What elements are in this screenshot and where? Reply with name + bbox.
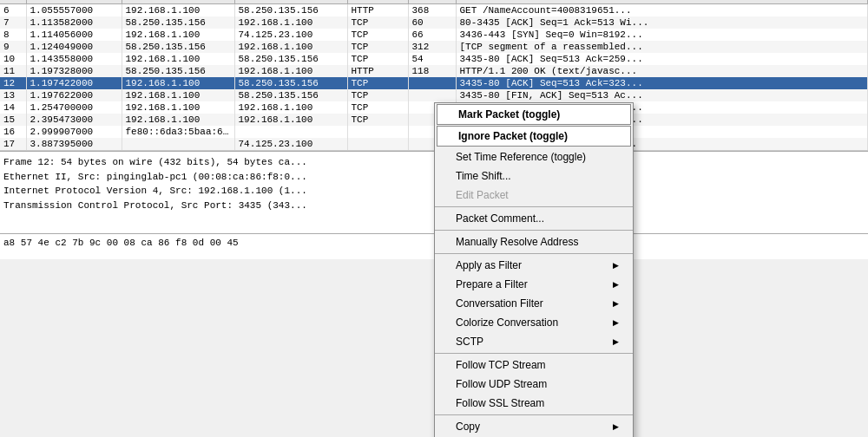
table-cell: 14 [0, 101, 26, 114]
table-cell: 3435-80 [FIN, ACK] Seq=513 Ac... [456, 89, 868, 101]
menu-arrow-icon: ▶ [613, 318, 619, 327]
menu-arrow-icon: ▶ [613, 261, 619, 270]
menu-item-label: Set Time Reference (toggle) [456, 151, 586, 163]
table-cell: 1.143558000 [26, 53, 122, 65]
menu-item-apply-as-filter[interactable]: Apply as Filter▶ [435, 256, 633, 275]
table-cell: 58.250.135.156 [234, 4, 347, 17]
table-cell: 74.125.23.100 [234, 29, 347, 41]
table-cell: 192.168.1.100 [122, 89, 234, 101]
menu-item-edit-packet[interactable]: Edit Packet [435, 186, 633, 205]
table-cell: 3436-443 [SYN] Seq=0 Win=8192... [456, 29, 868, 41]
table-cell: 3435-80 [ACK] Seq=513 Ack=259... [456, 53, 868, 65]
table-cell: 58.250.135.156 [234, 77, 347, 89]
table-cell: 11 [0, 65, 26, 77]
menu-separator [435, 353, 633, 354]
table-cell: 9 [0, 41, 26, 53]
menu-item-colorize-conversation[interactable]: Colorize Conversation▶ [435, 313, 633, 332]
menu-item-follow-tcp-stream[interactable]: Follow TCP Stream [435, 355, 633, 375]
context-menu[interactable]: Mark Packet (toggle)Ignore Packet (toggl… [434, 102, 634, 437]
menu-item-label: Follow SSL Stream [456, 397, 544, 409]
table-cell: 58.250.135.156 [234, 89, 347, 101]
table-cell: 1.197328000 [26, 65, 122, 77]
table-cell: 1.197622000 [26, 89, 122, 101]
menu-item-label: Follow UDP Stream [456, 378, 547, 390]
table-cell: 58.250.135.156 [122, 16, 234, 29]
menu-item-follow-udp-stream[interactable]: Follow UDP Stream [435, 375, 633, 394]
menu-item-set-time-reference--toggle-[interactable]: Set Time Reference (toggle) [435, 147, 633, 166]
table-cell: 368 [408, 4, 456, 17]
table-cell: TCP [347, 29, 408, 41]
table-cell: 17 [0, 138, 26, 150]
table-cell: 1.114056000 [26, 29, 122, 41]
menu-separator [435, 414, 633, 415]
table-cell [408, 89, 456, 101]
table-cell: 66 [408, 29, 456, 41]
menu-item-label: Colorize Conversation [456, 316, 558, 329]
table-cell: 58.250.135.156 [122, 65, 234, 77]
menu-item-label: Apply as Filter [456, 259, 522, 271]
menu-arrow-icon: ▶ [613, 337, 619, 346]
menu-item-conversation-filter[interactable]: Conversation Filter▶ [435, 294, 633, 313]
table-cell: TCP [347, 101, 408, 114]
menu-item-prepare-a-filter[interactable]: Prepare a Filter▶ [435, 275, 633, 294]
menu-arrow-icon: ▶ [613, 280, 619, 289]
table-cell: 3.887395000 [26, 138, 122, 150]
menu-separator [435, 253, 633, 254]
menu-item-label: Prepare a Filter [456, 278, 528, 290]
menu-item-mark-packet--toggle-[interactable]: Mark Packet (toggle) [437, 104, 631, 125]
table-row[interactable]: 81.114056000192.168.1.10074.125.23.100TC… [0, 29, 868, 41]
table-cell [234, 126, 347, 138]
table-cell [347, 138, 408, 150]
table-cell: 80-3435 [ACK] Seq=1 Ack=513 Wi... [456, 16, 868, 29]
menu-item-label: Manually Resolve Address [456, 236, 578, 248]
table-row[interactable]: 91.12404900058.250.135.156192.168.1.100T… [0, 41, 868, 53]
table-row[interactable]: 111.19732800058.250.135.156192.168.1.100… [0, 65, 868, 77]
table-cell: 118 [408, 65, 456, 77]
menu-separator [435, 230, 633, 231]
menu-item-label: Follow TCP Stream [456, 359, 546, 371]
table-row[interactable]: 71.11358200058.250.135.156192.168.1.100T… [0, 16, 868, 29]
table-cell [122, 138, 234, 150]
table-cell: 58.250.135.156 [234, 53, 347, 65]
table-cell: HTTP [347, 4, 408, 17]
menu-item-label: Copy [456, 421, 480, 433]
menu-item-sctp[interactable]: SCTP▶ [435, 332, 633, 351]
menu-item-label: Time Shift... [456, 170, 511, 182]
menu-item-label: Packet Comment... [456, 212, 544, 225]
menu-item-time-shift---[interactable]: Time Shift... [435, 166, 633, 186]
table-cell: HTTP [347, 65, 408, 77]
table-cell: 192.168.1.100 [234, 101, 347, 114]
table-cell: 192.168.1.100 [122, 101, 234, 114]
table-cell: TCP [347, 77, 408, 89]
menu-item-follow-ssl-stream[interactable]: Follow SSL Stream [435, 394, 633, 413]
table-cell: HTTP/1.1 200 OK (text/javasc... [456, 65, 868, 77]
menu-item-label: Edit Packet [456, 189, 509, 201]
menu-item-copy[interactable]: Copy▶ [435, 417, 633, 436]
table-cell: 192.168.1.100 [234, 114, 347, 126]
table-cell: 192.168.1.100 [122, 29, 234, 41]
table-cell: 1.113582000 [26, 16, 122, 29]
table-row[interactable]: 121.197422000192.168.1.10058.250.135.156… [0, 77, 868, 89]
table-cell: 1.254700000 [26, 101, 122, 114]
table-cell: 60 [408, 16, 456, 29]
table-cell: 15 [0, 114, 26, 126]
table-row[interactable]: 101.143558000192.168.1.10058.250.135.156… [0, 53, 868, 65]
table-cell [347, 126, 408, 138]
table-cell: 1.124049000 [26, 41, 122, 53]
table-cell [408, 77, 456, 89]
table-cell: 12 [0, 77, 26, 89]
table-cell: [TCP segment of a reassembled... [456, 41, 868, 53]
table-row[interactable]: 61.055557000192.168.1.10058.250.135.156H… [0, 4, 868, 17]
table-cell: 192.168.1.100 [122, 77, 234, 89]
table-cell: 1.055557000 [26, 4, 122, 17]
menu-item-ignore-packet--toggle-[interactable]: Ignore Packet (toggle) [437, 126, 631, 147]
table-cell: 312 [408, 41, 456, 53]
table-row[interactable]: 131.197622000192.168.1.10058.250.135.156… [0, 89, 868, 101]
menu-item-packet-comment---[interactable]: Packet Comment... [435, 209, 633, 228]
menu-item-manually-resolve-address[interactable]: Manually Resolve Address [435, 232, 633, 251]
table-cell: 192.168.1.100 [122, 114, 234, 126]
menu-separator [435, 206, 633, 207]
menu-item-label: SCTP [456, 336, 483, 348]
table-cell: 8 [0, 29, 26, 41]
table-cell: 58.250.135.156 [122, 41, 234, 53]
